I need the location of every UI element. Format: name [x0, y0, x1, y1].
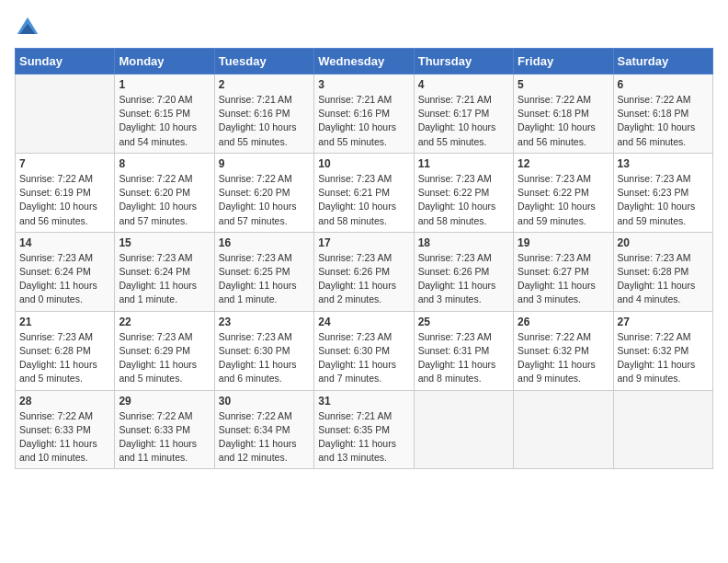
day-info: Sunrise: 7:23 AMSunset: 6:27 PMDaylight:…	[518, 251, 609, 307]
day-cell: 30Sunrise: 7:22 AMSunset: 6:34 PMDayligh…	[214, 390, 313, 469]
day-info: Sunrise: 7:22 AMSunset: 6:32 PMDaylight:…	[518, 330, 609, 386]
day-cell	[613, 390, 712, 469]
day-cell: 7Sunrise: 7:22 AMSunset: 6:19 PMDaylight…	[16, 153, 115, 232]
day-info: Sunrise: 7:21 AMSunset: 6:16 PMDaylight:…	[219, 93, 310, 149]
day-cell: 18Sunrise: 7:23 AMSunset: 6:26 PMDayligh…	[414, 232, 513, 311]
day-cell: 17Sunrise: 7:23 AMSunset: 6:26 PMDayligh…	[314, 232, 414, 311]
day-number: 18	[418, 236, 509, 249]
day-info: Sunrise: 7:23 AMSunset: 6:29 PMDaylight:…	[119, 330, 210, 386]
day-number: 16	[219, 236, 310, 249]
day-number: 11	[418, 157, 509, 170]
day-number: 4	[418, 78, 509, 91]
day-number: 9	[219, 157, 310, 170]
day-info: Sunrise: 7:23 AMSunset: 6:28 PMDaylight:…	[618, 251, 709, 307]
day-number: 15	[119, 236, 210, 249]
day-info: Sunrise: 7:21 AMSunset: 6:16 PMDaylight:…	[318, 93, 409, 149]
day-cell: 1Sunrise: 7:20 AMSunset: 6:15 PMDaylight…	[115, 75, 214, 154]
logo-icon	[15, 15, 40, 40]
day-cell: 14Sunrise: 7:23 AMSunset: 6:24 PMDayligh…	[16, 232, 115, 311]
day-cell: 13Sunrise: 7:23 AMSunset: 6:23 PMDayligh…	[613, 153, 712, 232]
day-cell: 25Sunrise: 7:23 AMSunset: 6:31 PMDayligh…	[414, 311, 513, 390]
week-row-3: 14Sunrise: 7:23 AMSunset: 6:24 PMDayligh…	[16, 232, 713, 311]
week-row-5: 28Sunrise: 7:22 AMSunset: 6:33 PMDayligh…	[16, 390, 713, 469]
week-row-2: 7Sunrise: 7:22 AMSunset: 6:19 PMDaylight…	[16, 153, 713, 232]
header-day-sunday: Sunday	[16, 49, 115, 75]
header-day-saturday: Saturday	[613, 49, 712, 75]
header-day-wednesday: Wednesday	[314, 49, 414, 75]
logo	[15, 15, 44, 40]
day-number: 6	[618, 78, 709, 91]
day-number: 7	[19, 157, 110, 170]
page-header	[15, 15, 713, 40]
header-day-monday: Monday	[115, 49, 214, 75]
day-number: 30	[219, 395, 310, 408]
day-info: Sunrise: 7:23 AMSunset: 6:23 PMDaylight:…	[618, 172, 709, 228]
day-cell: 28Sunrise: 7:22 AMSunset: 6:33 PMDayligh…	[16, 390, 115, 469]
day-info: Sunrise: 7:23 AMSunset: 6:25 PMDaylight:…	[219, 251, 310, 307]
header-day-tuesday: Tuesday	[214, 49, 313, 75]
day-info: Sunrise: 7:23 AMSunset: 6:31 PMDaylight:…	[418, 330, 509, 386]
calendar-header: SundayMondayTuesdayWednesdayThursdayFrid…	[16, 49, 713, 75]
header-row: SundayMondayTuesdayWednesdayThursdayFrid…	[16, 49, 713, 75]
day-number: 10	[318, 157, 409, 170]
day-number: 25	[418, 316, 509, 328]
day-cell	[414, 390, 513, 469]
day-info: Sunrise: 7:22 AMSunset: 6:33 PMDaylight:…	[19, 409, 110, 465]
day-number: 8	[119, 157, 210, 170]
day-cell: 22Sunrise: 7:23 AMSunset: 6:29 PMDayligh…	[115, 311, 214, 390]
day-number: 26	[518, 316, 609, 328]
day-cell	[16, 75, 115, 154]
day-cell: 31Sunrise: 7:21 AMSunset: 6:35 PMDayligh…	[314, 390, 414, 469]
day-info: Sunrise: 7:22 AMSunset: 6:33 PMDaylight:…	[119, 409, 210, 465]
day-info: Sunrise: 7:23 AMSunset: 6:26 PMDaylight:…	[418, 251, 509, 307]
day-number: 19	[518, 236, 609, 249]
day-info: Sunrise: 7:22 AMSunset: 6:20 PMDaylight:…	[119, 172, 210, 228]
header-day-friday: Friday	[514, 49, 613, 75]
day-info: Sunrise: 7:23 AMSunset: 6:26 PMDaylight:…	[318, 251, 409, 307]
day-info: Sunrise: 7:23 AMSunset: 6:24 PMDaylight:…	[19, 251, 110, 307]
day-info: Sunrise: 7:23 AMSunset: 6:30 PMDaylight:…	[318, 330, 409, 386]
day-cell: 29Sunrise: 7:22 AMSunset: 6:33 PMDayligh…	[115, 390, 214, 469]
day-info: Sunrise: 7:21 AMSunset: 6:35 PMDaylight:…	[318, 409, 409, 465]
day-number: 14	[19, 236, 110, 249]
day-info: Sunrise: 7:22 AMSunset: 6:18 PMDaylight:…	[518, 93, 609, 149]
day-info: Sunrise: 7:20 AMSunset: 6:15 PMDaylight:…	[119, 93, 210, 149]
day-number: 13	[618, 157, 709, 170]
day-info: Sunrise: 7:22 AMSunset: 6:19 PMDaylight:…	[19, 172, 110, 228]
day-cell: 4Sunrise: 7:21 AMSunset: 6:17 PMDaylight…	[414, 75, 513, 154]
day-number: 21	[19, 316, 110, 328]
header-day-thursday: Thursday	[414, 49, 513, 75]
day-cell: 21Sunrise: 7:23 AMSunset: 6:28 PMDayligh…	[16, 311, 115, 390]
day-info: Sunrise: 7:23 AMSunset: 6:28 PMDaylight:…	[19, 330, 110, 386]
day-cell	[514, 390, 613, 469]
week-row-1: 1Sunrise: 7:20 AMSunset: 6:15 PMDaylight…	[16, 75, 713, 154]
day-cell: 2Sunrise: 7:21 AMSunset: 6:16 PMDaylight…	[214, 75, 313, 154]
day-info: Sunrise: 7:22 AMSunset: 6:20 PMDaylight:…	[219, 172, 310, 228]
day-number: 22	[119, 316, 210, 328]
day-info: Sunrise: 7:23 AMSunset: 6:24 PMDaylight:…	[119, 251, 210, 307]
day-number: 17	[318, 236, 409, 249]
day-number: 20	[618, 236, 709, 249]
day-number: 31	[318, 395, 409, 408]
day-number: 2	[219, 78, 310, 91]
day-cell: 20Sunrise: 7:23 AMSunset: 6:28 PMDayligh…	[613, 232, 712, 311]
day-cell: 5Sunrise: 7:22 AMSunset: 6:18 PMDaylight…	[514, 75, 613, 154]
day-number: 27	[618, 316, 709, 328]
day-info: Sunrise: 7:22 AMSunset: 6:34 PMDaylight:…	[219, 409, 310, 465]
day-cell: 27Sunrise: 7:22 AMSunset: 6:32 PMDayligh…	[613, 311, 712, 390]
day-cell: 23Sunrise: 7:23 AMSunset: 6:30 PMDayligh…	[214, 311, 313, 390]
day-info: Sunrise: 7:23 AMSunset: 6:22 PMDaylight:…	[518, 172, 609, 228]
day-number: 12	[518, 157, 609, 170]
day-cell: 6Sunrise: 7:22 AMSunset: 6:18 PMDaylight…	[613, 75, 712, 154]
day-cell: 15Sunrise: 7:23 AMSunset: 6:24 PMDayligh…	[115, 232, 214, 311]
day-number: 23	[219, 316, 310, 328]
day-info: Sunrise: 7:23 AMSunset: 6:30 PMDaylight:…	[219, 330, 310, 386]
day-cell: 12Sunrise: 7:23 AMSunset: 6:22 PMDayligh…	[514, 153, 613, 232]
day-cell: 9Sunrise: 7:22 AMSunset: 6:20 PMDaylight…	[214, 153, 313, 232]
day-cell: 19Sunrise: 7:23 AMSunset: 6:27 PMDayligh…	[514, 232, 613, 311]
day-cell: 26Sunrise: 7:22 AMSunset: 6:32 PMDayligh…	[514, 311, 613, 390]
day-info: Sunrise: 7:21 AMSunset: 6:17 PMDaylight:…	[418, 93, 509, 149]
day-info: Sunrise: 7:22 AMSunset: 6:32 PMDaylight:…	[618, 330, 709, 386]
week-row-4: 21Sunrise: 7:23 AMSunset: 6:28 PMDayligh…	[16, 311, 713, 390]
day-number: 29	[119, 395, 210, 408]
